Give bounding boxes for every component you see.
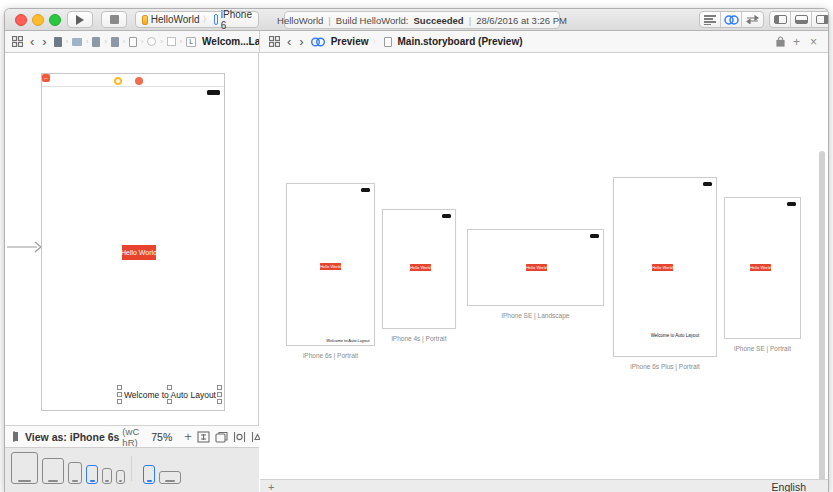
run-button[interactable] <box>67 11 93 28</box>
scheme-destination-label: iPhone 6 <box>221 9 252 31</box>
selection-handle[interactable] <box>217 392 222 397</box>
storyboard-file-icon <box>384 37 392 47</box>
selection-handle[interactable] <box>117 399 122 404</box>
preview-device: Hello World iPhone SE | Landscape <box>467 229 604 306</box>
related-items-icon[interactable] <box>12 36 23 47</box>
assistant-mode-icon <box>311 37 325 47</box>
selection-handle[interactable] <box>117 392 122 397</box>
zoom-window-button[interactable] <box>49 14 61 26</box>
preview-caption: iPhone SE | Landscape <box>447 312 624 319</box>
device-iphone6s-button[interactable] <box>86 465 98 484</box>
preview-screen: Hello World <box>382 209 456 329</box>
view-as-label[interactable]: View as: iPhone 6s <box>25 431 119 443</box>
status-bar-battery-icon <box>361 188 370 192</box>
status-separator: | <box>469 15 471 26</box>
hello-world-label: Hello World <box>652 264 673 271</box>
add-preview-device-button[interactable]: + <box>268 481 274 492</box>
device-ipad-button[interactable] <box>42 458 64 484</box>
align-button[interactable] <box>233 431 246 443</box>
selection-handle[interactable] <box>217 385 222 390</box>
status-timestamp: 28/6/2016 at 3:26 PM <box>476 15 567 26</box>
embed-button[interactable] <box>215 431 228 443</box>
crumb-separator: › <box>141 38 143 45</box>
stop-button[interactable] <box>101 11 127 28</box>
toggle-document-outline-button[interactable] <box>13 431 15 442</box>
preview-device: Hello World Welcome to Auto Layout iPhon… <box>286 183 375 346</box>
toggle-inspector-button[interactable] <box>812 12 829 27</box>
activity-status-bar: HelloWorld | Build HelloWorld: Succeeded… <box>284 11 560 29</box>
preview-pane[interactable]: Hello World Welcome to Auto Layout iPhon… <box>260 53 828 479</box>
back-button[interactable]: ‹ <box>30 35 34 48</box>
preview-caption: iPhone SE | Portrait <box>704 345 821 352</box>
scheme-project-label: HelloWorld <box>151 14 200 25</box>
status-bar-battery-icon <box>590 234 599 238</box>
selection-handle[interactable] <box>117 385 122 390</box>
forward-button[interactable]: › <box>42 35 46 48</box>
file-crumb-icon[interactable] <box>111 37 119 47</box>
orientation-landscape-button[interactable] <box>159 471 181 484</box>
hello-world-label[interactable]: Hello World <box>122 245 156 260</box>
device-iphone4s-button[interactable] <box>116 470 125 484</box>
navigator-panel-icon <box>774 15 787 24</box>
device-ipad-pro-button[interactable] <box>11 452 38 484</box>
close-assistant-button[interactable]: × <box>810 35 817 49</box>
preview-caption: iPhone 4s | Portrait <box>362 335 476 342</box>
folder-crumb-icon[interactable] <box>72 38 82 46</box>
storyboard-canvas[interactable]: ← Hello World Welcome to Auto Layout <box>5 53 259 425</box>
preview-language-selector[interactable]: English <box>772 481 806 492</box>
hello-world-label: Hello World <box>410 264 431 271</box>
inspector-panel-icon <box>816 15 829 24</box>
add-device-config-button[interactable]: + <box>184 429 192 444</box>
panel-toggle-segment <box>769 11 829 28</box>
storyboard-crumb-icon[interactable] <box>129 37 137 47</box>
related-items-icon[interactable] <box>269 36 280 47</box>
device-configuration-bar: Vary for Traits Device Orientation <box>5 447 259 492</box>
view-controller-icon[interactable] <box>114 77 122 85</box>
play-icon <box>76 15 84 25</box>
view-controller-frame[interactable]: ← Hello World Welcome to Auto Layout <box>41 73 225 411</box>
scheme-selector[interactable]: HelloWorld 〉 iPhone 6 <box>135 11 259 28</box>
version-editor-button[interactable] <box>742 12 763 27</box>
selection-handle[interactable] <box>167 399 172 404</box>
app-target-icon <box>142 15 148 25</box>
add-editor-button[interactable]: + <box>793 35 800 49</box>
toggle-debug-area-button[interactable] <box>791 12 812 27</box>
file-crumb-icon[interactable] <box>92 37 100 47</box>
assistant-editor-button[interactable] <box>721 12 742 27</box>
toggle-navigator-button[interactable] <box>770 12 791 27</box>
device-iphone6s-plus-button[interactable] <box>68 462 82 484</box>
exit-segue-icon[interactable]: ← <box>42 74 50 82</box>
debug-panel-icon <box>795 15 808 24</box>
divider <box>131 456 132 481</box>
zoom-level-label[interactable]: 75% <box>151 431 172 443</box>
status-bar-battery-icon <box>442 214 451 218</box>
label-crumb-icon[interactable]: L <box>186 37 196 47</box>
selection-handle[interactable] <box>217 399 222 404</box>
assistant-mode-label[interactable]: Preview <box>331 36 369 47</box>
lock-icon <box>776 36 785 47</box>
size-class-label: (wC hR) <box>122 426 139 448</box>
forward-button[interactable]: › <box>299 35 303 48</box>
version-editor-icon <box>746 15 759 24</box>
stack-button[interactable] <box>197 431 210 443</box>
first-responder-icon[interactable] <box>135 77 143 85</box>
device-iphone-se-button[interactable] <box>102 468 112 484</box>
close-window-button[interactable] <box>15 14 27 26</box>
view-crumb-icon[interactable] <box>167 37 176 46</box>
selection-handle[interactable] <box>167 385 172 390</box>
scene-dock: ← <box>42 74 224 87</box>
preview-file-label[interactable]: Main.storyboard (Preview) <box>398 36 523 47</box>
jumpbar-left: ‹ › › › › › › › › L Welcom...Layout <box>5 31 259 53</box>
project-crumb-icon[interactable] <box>54 37 62 47</box>
scene-crumb-icon[interactable] <box>147 37 156 46</box>
toolbar: HelloWorld 〉 iPhone 6 HelloWorld | Build… <box>5 9 828 31</box>
vertical-scrollbar[interactable] <box>819 151 825 492</box>
crumb-separator: › <box>160 38 162 45</box>
minimize-window-button[interactable] <box>32 14 44 26</box>
standard-editor-button[interactable] <box>700 12 721 27</box>
crumb-separator: › <box>86 38 88 45</box>
welcome-label: Welcome to Auto Layout <box>650 333 700 338</box>
back-button[interactable]: ‹ <box>287 35 291 48</box>
crumb-separator: › <box>123 38 125 45</box>
orientation-portrait-button[interactable] <box>143 465 155 484</box>
